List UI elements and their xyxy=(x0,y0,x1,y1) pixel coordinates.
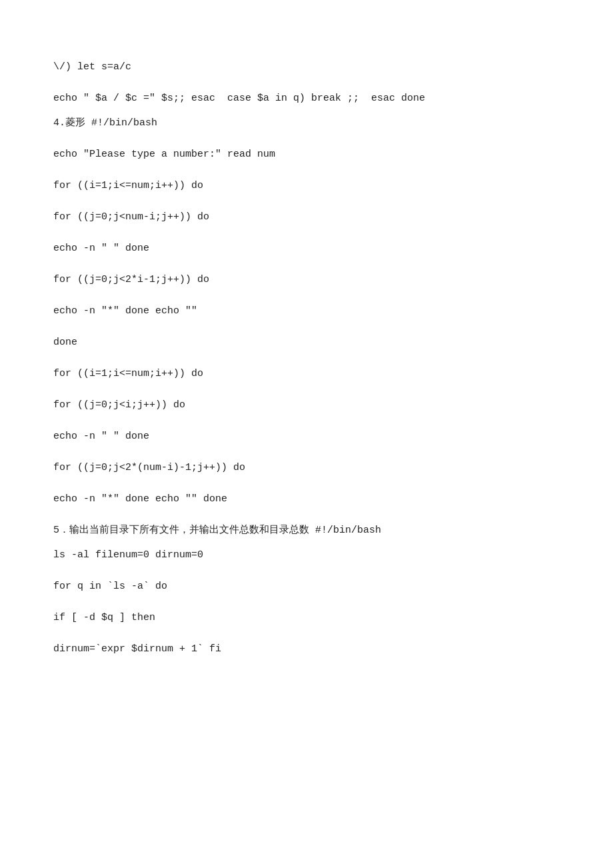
line5: for ((i=1;i<=num;i++)) do xyxy=(53,177,560,195)
line4: echo "Please type a number:" read num xyxy=(53,145,560,163)
line7: echo -n " " done xyxy=(53,239,560,257)
line13: echo -n " " done xyxy=(53,427,560,445)
empty-line xyxy=(53,571,560,577)
line14: for ((j=0;j<2*(num-i)-1;j++)) do xyxy=(53,459,560,477)
empty-line xyxy=(53,83,560,89)
empty-line xyxy=(53,602,560,609)
line18: for q in `ls -a` do xyxy=(53,577,560,595)
empty-line xyxy=(53,515,560,521)
line1: \/) let s=a/c xyxy=(53,58,560,76)
empty-line xyxy=(53,483,560,490)
empty-line xyxy=(53,421,560,427)
empty-line xyxy=(53,233,560,239)
line3: 4.菱形 #!/bin/bash xyxy=(53,114,560,132)
line6: for ((j=0;j<num-i;j++)) do xyxy=(53,208,560,226)
empty-line xyxy=(53,264,560,271)
empty-line xyxy=(53,452,560,459)
line11: for ((i=1;i<=num;i++)) do xyxy=(53,365,560,383)
line2: echo " $a / $c =" $s;; esac case $a in q… xyxy=(53,89,560,107)
line16: 5．输出当前目录下所有文件，并输出文件总数和目录总数 #!/bin/bash xyxy=(53,521,560,539)
line8: for ((j=0;j<2*i-1;j++)) do xyxy=(53,271,560,289)
empty-line xyxy=(53,327,560,333)
line12: for ((j=0;j<i;j++)) do xyxy=(53,396,560,414)
line19: if [ -d $q ] then xyxy=(53,609,560,627)
line20: dirnum=`expr $dirnum + 1` fi xyxy=(53,640,560,658)
line9: echo -n "*" done echo "" xyxy=(53,302,560,320)
empty-line xyxy=(53,201,560,208)
empty-line xyxy=(53,170,560,177)
empty-line xyxy=(53,358,560,365)
code-content: \/) let s=a/cecho " $a / $c =" $s;; esac… xyxy=(53,40,560,658)
line15: echo -n "*" done echo "" done xyxy=(53,490,560,508)
empty-line xyxy=(53,633,560,640)
line17: ls -al filenum=0 dirnum=0 xyxy=(53,546,560,564)
empty-line xyxy=(53,139,560,145)
empty-line xyxy=(53,389,560,396)
line10: done xyxy=(53,333,560,351)
empty-line xyxy=(53,295,560,302)
